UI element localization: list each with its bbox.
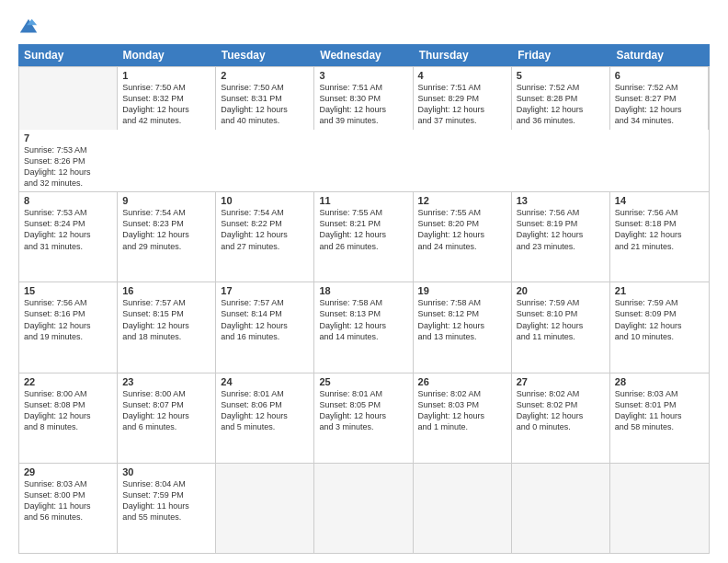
cal-cell-12: 12Sunrise: 7:55 AM Sunset: 8:20 PM Dayli… xyxy=(414,192,512,282)
header-cell-monday: Monday xyxy=(117,44,215,66)
day-number: 29 xyxy=(24,466,112,477)
cal-cell-16: 16Sunrise: 7:57 AM Sunset: 8:15 PM Dayli… xyxy=(118,282,216,372)
day-info: Sunrise: 7:53 AM Sunset: 8:26 PM Dayligh… xyxy=(24,144,113,190)
day-number: 9 xyxy=(122,195,210,206)
day-number: 6 xyxy=(615,70,703,81)
cal-cell-26: 26Sunrise: 8:02 AM Sunset: 8:03 PM Dayli… xyxy=(414,373,512,463)
cal-cell-empty-6 xyxy=(610,464,709,553)
day-number: 8 xyxy=(24,195,112,206)
cal-cell-23: 23Sunrise: 8:00 AM Sunset: 8:07 PM Dayli… xyxy=(118,373,216,463)
calendar-row-1: 8Sunrise: 7:53 AM Sunset: 8:24 PM Daylig… xyxy=(19,192,709,282)
day-info: Sunrise: 7:59 AM Sunset: 8:09 PM Dayligh… xyxy=(615,297,704,342)
cal-cell-13: 13Sunrise: 7:56 AM Sunset: 8:19 PM Dayli… xyxy=(512,192,610,282)
day-info: Sunrise: 7:54 AM Sunset: 8:22 PM Dayligh… xyxy=(221,207,309,252)
day-info: Sunrise: 7:58 AM Sunset: 8:12 PM Dayligh… xyxy=(418,297,506,342)
cal-cell-5: 5Sunrise: 7:52 AM Sunset: 8:28 PM Daylig… xyxy=(512,67,610,130)
day-number: 5 xyxy=(517,70,605,81)
day-info: Sunrise: 7:56 AM Sunset: 8:18 PM Dayligh… xyxy=(615,207,704,252)
calendar-row-4: 29Sunrise: 8:03 AM Sunset: 8:00 PM Dayli… xyxy=(19,464,709,553)
cal-cell-25: 25Sunrise: 8:01 AM Sunset: 8:05 PM Dayli… xyxy=(314,373,413,463)
day-number: 13 xyxy=(517,195,605,206)
day-number: 2 xyxy=(221,70,309,81)
day-number: 26 xyxy=(418,376,506,387)
day-info: Sunrise: 7:53 AM Sunset: 8:24 PM Dayligh… xyxy=(24,207,112,252)
cal-cell-4: 4Sunrise: 7:51 AM Sunset: 8:29 PM Daylig… xyxy=(414,67,512,130)
day-number: 27 xyxy=(517,376,605,387)
calendar-row-3: 22Sunrise: 8:00 AM Sunset: 8:08 PM Dayli… xyxy=(19,373,709,464)
day-number: 12 xyxy=(418,195,506,206)
day-info: Sunrise: 8:00 AM Sunset: 8:08 PM Dayligh… xyxy=(24,388,112,433)
cal-cell-15: 15Sunrise: 7:56 AM Sunset: 8:16 PM Dayli… xyxy=(19,282,118,372)
day-info: Sunrise: 8:02 AM Sunset: 8:02 PM Dayligh… xyxy=(517,388,605,433)
day-info: Sunrise: 8:04 AM Sunset: 7:59 PM Dayligh… xyxy=(122,478,210,523)
day-info: Sunrise: 7:51 AM Sunset: 8:30 PM Dayligh… xyxy=(319,82,407,127)
day-info: Sunrise: 8:01 AM Sunset: 8:06 PM Dayligh… xyxy=(221,388,309,433)
day-info: Sunrise: 7:52 AM Sunset: 8:28 PM Dayligh… xyxy=(517,82,605,127)
calendar-row-0: 1Sunrise: 7:50 AM Sunset: 8:32 PM Daylig… xyxy=(19,67,709,192)
header-cell-thursday: Thursday xyxy=(414,44,512,66)
day-info: Sunrise: 7:55 AM Sunset: 8:21 PM Dayligh… xyxy=(319,207,407,252)
calendar-row-2: 15Sunrise: 7:56 AM Sunset: 8:16 PM Dayli… xyxy=(19,282,709,373)
day-info: Sunrise: 7:56 AM Sunset: 8:19 PM Dayligh… xyxy=(517,207,605,252)
day-number: 16 xyxy=(122,285,210,296)
calendar-page: SundayMondayTuesdayWednesdayThursdayFrid… xyxy=(0,0,728,563)
header-cell-friday: Friday xyxy=(512,44,610,66)
cal-cell-3: 3Sunrise: 7:51 AM Sunset: 8:30 PM Daylig… xyxy=(314,67,413,130)
day-number: 3 xyxy=(319,70,407,81)
day-info: Sunrise: 7:56 AM Sunset: 8:16 PM Dayligh… xyxy=(24,297,112,342)
day-info: Sunrise: 7:52 AM Sunset: 8:27 PM Dayligh… xyxy=(615,82,703,127)
day-number: 18 xyxy=(319,285,407,296)
cal-cell-17: 17Sunrise: 7:57 AM Sunset: 8:14 PM Dayli… xyxy=(216,282,314,372)
cal-cell-empty-3 xyxy=(314,464,413,553)
calendar-body: 1Sunrise: 7:50 AM Sunset: 8:32 PM Daylig… xyxy=(18,66,710,554)
day-info: Sunrise: 7:57 AM Sunset: 8:14 PM Dayligh… xyxy=(221,297,309,342)
day-number: 19 xyxy=(418,285,506,296)
header-cell-sunday: Sunday xyxy=(18,44,117,66)
cal-cell-1: 1Sunrise: 7:50 AM Sunset: 8:32 PM Daylig… xyxy=(118,67,216,130)
cal-cell-7: 7Sunrise: 7:53 AM Sunset: 8:26 PM Daylig… xyxy=(19,130,118,192)
logo xyxy=(18,17,42,37)
day-info: Sunrise: 7:55 AM Sunset: 8:20 PM Dayligh… xyxy=(418,207,506,252)
cal-cell-empty xyxy=(19,67,118,130)
day-number: 25 xyxy=(319,376,407,387)
logo-icon xyxy=(18,17,39,37)
cal-cell-27: 27Sunrise: 8:02 AM Sunset: 8:02 PM Dayli… xyxy=(512,373,610,463)
cal-cell-empty-5 xyxy=(512,464,610,553)
cal-cell-28: 28Sunrise: 8:03 AM Sunset: 8:01 PM Dayli… xyxy=(610,373,709,463)
day-info: Sunrise: 7:57 AM Sunset: 8:15 PM Dayligh… xyxy=(122,297,210,342)
day-number: 17 xyxy=(221,285,309,296)
day-number: 28 xyxy=(615,376,704,387)
day-info: Sunrise: 7:58 AM Sunset: 8:13 PM Dayligh… xyxy=(319,297,407,342)
day-number: 24 xyxy=(221,376,309,387)
day-info: Sunrise: 7:59 AM Sunset: 8:10 PM Dayligh… xyxy=(517,297,605,342)
day-number: 23 xyxy=(122,376,210,387)
day-info: Sunrise: 7:50 AM Sunset: 8:31 PM Dayligh… xyxy=(221,82,309,127)
day-number: 7 xyxy=(24,132,113,144)
header xyxy=(18,17,710,37)
cal-cell-29: 29Sunrise: 8:03 AM Sunset: 8:00 PM Dayli… xyxy=(19,464,118,553)
calendar: SundayMondayTuesdayWednesdayThursdayFrid… xyxy=(18,44,710,554)
cal-cell-8: 8Sunrise: 7:53 AM Sunset: 8:24 PM Daylig… xyxy=(19,192,118,282)
cal-cell-9: 9Sunrise: 7:54 AM Sunset: 8:23 PM Daylig… xyxy=(118,192,216,282)
cal-cell-empty-4 xyxy=(414,464,512,553)
header-cell-tuesday: Tuesday xyxy=(216,44,314,66)
cal-cell-24: 24Sunrise: 8:01 AM Sunset: 8:06 PM Dayli… xyxy=(216,373,314,463)
day-number: 20 xyxy=(517,285,605,296)
day-number: 1 xyxy=(122,70,210,81)
day-info: Sunrise: 8:02 AM Sunset: 8:03 PM Dayligh… xyxy=(418,388,506,433)
cal-cell-30: 30Sunrise: 8:04 AM Sunset: 7:59 PM Dayli… xyxy=(118,464,216,553)
day-number: 15 xyxy=(24,285,112,296)
cal-cell-21: 21Sunrise: 7:59 AM Sunset: 8:09 PM Dayli… xyxy=(610,282,709,372)
header-cell-saturday: Saturday xyxy=(611,44,710,66)
cal-cell-18: 18Sunrise: 7:58 AM Sunset: 8:13 PM Dayli… xyxy=(314,282,413,372)
day-info: Sunrise: 7:54 AM Sunset: 8:23 PM Dayligh… xyxy=(122,207,210,252)
cal-cell-empty-2 xyxy=(216,464,314,553)
cal-cell-11: 11Sunrise: 7:55 AM Sunset: 8:21 PM Dayli… xyxy=(314,192,413,282)
day-info: Sunrise: 8:00 AM Sunset: 8:07 PM Dayligh… xyxy=(122,388,210,433)
cal-cell-10: 10Sunrise: 7:54 AM Sunset: 8:22 PM Dayli… xyxy=(216,192,314,282)
day-info: Sunrise: 8:03 AM Sunset: 8:00 PM Dayligh… xyxy=(24,478,112,523)
calendar-header: SundayMondayTuesdayWednesdayThursdayFrid… xyxy=(18,44,710,66)
cal-cell-22: 22Sunrise: 8:00 AM Sunset: 8:08 PM Dayli… xyxy=(19,373,118,463)
header-cell-wednesday: Wednesday xyxy=(314,44,413,66)
cal-cell-6: 6Sunrise: 7:52 AM Sunset: 8:27 PM Daylig… xyxy=(610,67,709,130)
